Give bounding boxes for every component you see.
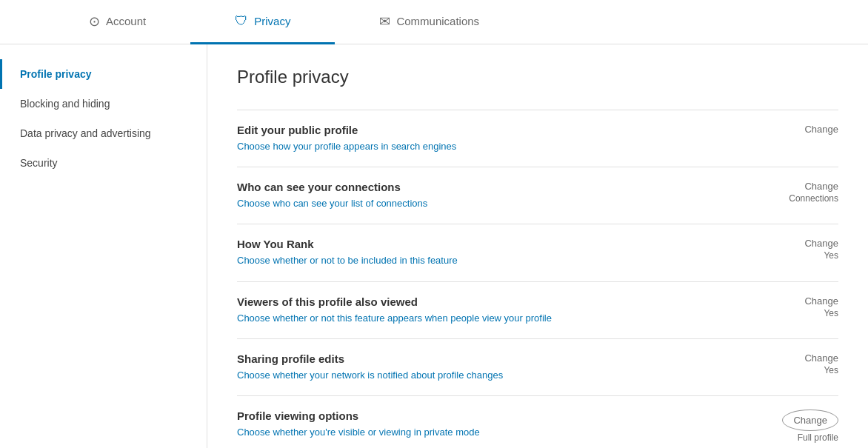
row-desc-link-search-engines[interactable]: search engines — [391, 141, 456, 152]
page-layout: Profile privacy Blocking and hiding Data… — [0, 44, 868, 448]
row-content-how-you-rank: How You Rank Choose whether or not to be… — [237, 238, 772, 267]
change-button-connections[interactable]: Change — [772, 181, 838, 192]
settings-row-sharing-profile-edits: Sharing profile edits Choose whether you… — [237, 338, 838, 395]
row-desc-link-included[interactable]: be included in — [348, 255, 407, 266]
change-button-how-you-rank[interactable]: Change — [772, 238, 838, 249]
page-title: Profile privacy — [237, 67, 838, 87]
row-desc-viewers-also-viewed: Choose whether or not this feature appea… — [237, 312, 772, 325]
row-title-connections: Who can see your connections — [237, 181, 772, 193]
row-desc-link-connections[interactable]: list of connections — [351, 198, 427, 209]
change-button-profile-viewing-options[interactable]: Change — [782, 409, 838, 431]
settings-row-connections: Who can see your connections Choose who … — [237, 167, 838, 224]
row-content-sharing-profile-edits: Sharing profile edits Choose whether you… — [237, 352, 772, 382]
account-icon: ⊙ — [89, 13, 100, 30]
viewers-also-viewed-sub-value: Yes — [772, 308, 838, 318]
settings-row-edit-public-profile: Edit your public profile Choose how your… — [237, 110, 838, 167]
sidebar-item-blocking-hiding[interactable]: Blocking and hiding — [0, 89, 207, 118]
settings-row-viewers-also-viewed: Viewers of this profile also viewed Choo… — [237, 281, 838, 338]
row-title-sharing-profile-edits: Sharing profile edits — [237, 352, 772, 365]
nav-account[interactable]: ⊙ Account — [44, 0, 190, 44]
nav-communications[interactable]: ✉ Communications — [335, 0, 524, 44]
row-content-connections: Who can see your connections Choose who … — [237, 181, 772, 210]
change-button-sharing-profile-edits[interactable]: Change — [772, 352, 838, 364]
row-title-how-you-rank: How You Rank — [237, 238, 772, 250]
nav-communications-label: Communications — [396, 15, 479, 27]
row-content-profile-viewing-options: Profile viewing options Choose whether y… — [237, 409, 772, 439]
sidebar-item-security[interactable]: Security — [0, 148, 207, 178]
row-desc-link-view-profile[interactable]: view your profile — [482, 312, 552, 324]
nav-account-label: Account — [106, 15, 146, 27]
profile-viewing-options-sub-value: Full profile — [772, 432, 838, 443]
sharing-profile-edits-sub-value: Yes — [772, 365, 838, 375]
row-title-viewers-also-viewed: Viewers of this profile also viewed — [237, 295, 772, 308]
row-desc-sharing-profile-edits: Choose whether your network is notified … — [237, 369, 772, 382]
row-title-edit-public-profile: Edit your public profile — [237, 124, 772, 136]
row-desc-link-profile-changes[interactable]: profile changes — [438, 370, 503, 381]
row-action-connections: Change Connections — [772, 181, 838, 204]
row-desc-link-viewing-private[interactable]: viewing in private mode — [379, 427, 480, 438]
row-desc-link-network[interactable]: your network — [310, 370, 364, 381]
row-action-edit-public-profile: Change — [772, 124, 838, 135]
row-title-profile-viewing-options: Profile viewing options — [237, 409, 772, 422]
row-desc-how-you-rank: Choose whether or not to be included in … — [237, 254, 772, 267]
sidebar-item-profile-privacy[interactable]: Profile privacy — [0, 59, 207, 89]
nav-privacy[interactable]: 🛡 Privacy — [190, 0, 335, 44]
row-desc-link-visible[interactable]: visible — [338, 427, 365, 438]
row-desc-connections: Choose who can see your list of connecti… — [237, 197, 772, 210]
row-action-how-you-rank: Change Yes — [772, 238, 838, 261]
settings-row-profile-viewing-options: Profile viewing options Choose whether y… — [237, 395, 838, 448]
sidebar: Profile privacy Blocking and hiding Data… — [0, 44, 207, 448]
change-button-viewers-also-viewed[interactable]: Change — [772, 295, 838, 307]
change-button-edit-public-profile[interactable]: Change — [772, 124, 838, 135]
main-content: Profile privacy Edit your public profile… — [207, 44, 868, 448]
row-action-sharing-profile-edits: Change Yes — [772, 352, 838, 375]
row-desc-edit-public-profile: Choose how your profile appears in searc… — [237, 140, 772, 153]
row-desc-profile-viewing-options: Choose whether you're visible or viewing… — [237, 426, 772, 439]
sidebar-item-data-privacy[interactable]: Data privacy and advertising — [0, 118, 207, 148]
top-navigation: ⊙ Account 🛡 Privacy ✉ Communications — [0, 0, 868, 44]
settings-row-how-you-rank: How You Rank Choose whether or not to be… — [237, 224, 838, 281]
row-action-viewers-also-viewed: Change Yes — [772, 295, 838, 318]
privacy-icon: 🛡 — [235, 13, 248, 29]
row-content-edit-public-profile: Edit your public profile Choose how your… — [237, 124, 772, 153]
communications-icon: ✉ — [379, 13, 390, 30]
row-content-viewers-also-viewed: Viewers of this profile also viewed Choo… — [237, 295, 772, 325]
row-action-profile-viewing-options: Change Full profile — [772, 409, 838, 443]
connections-sub-value: Connections — [772, 193, 838, 204]
how-you-rank-sub-value: Yes — [772, 250, 838, 261]
nav-privacy-label: Privacy — [254, 15, 290, 27]
